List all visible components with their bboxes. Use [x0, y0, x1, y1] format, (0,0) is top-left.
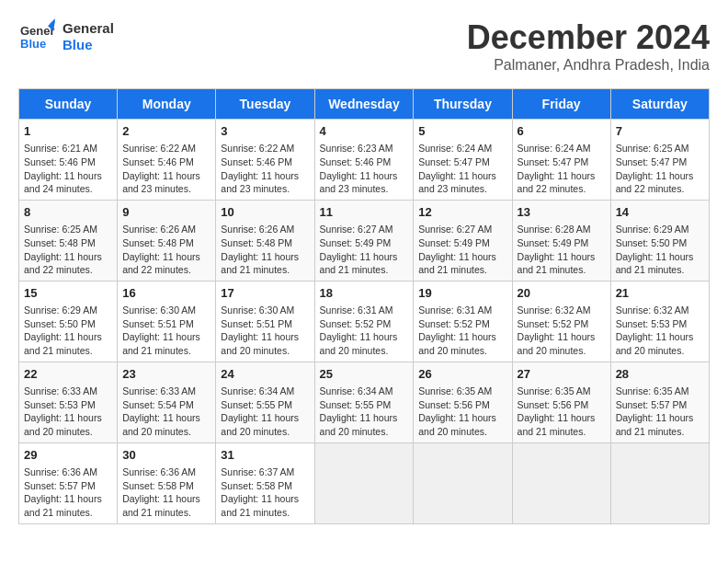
- calendar-cell: 13Sunrise: 6:28 AM Sunset: 5:49 PM Dayli…: [512, 200, 610, 281]
- cell-content: Sunrise: 6:26 AM Sunset: 5:48 PM Dayligh…: [122, 224, 200, 275]
- svg-text:Blue: Blue: [20, 37, 46, 51]
- day-number: 3: [221, 123, 309, 140]
- cell-content: Sunrise: 6:24 AM Sunset: 5:47 PM Dayligh…: [418, 143, 496, 194]
- logo-line2: Blue: [63, 37, 114, 53]
- calendar-cell: 25Sunrise: 6:34 AM Sunset: 5:55 PM Dayli…: [314, 362, 414, 442]
- day-number: 23: [122, 366, 210, 383]
- cell-content: Sunrise: 6:28 AM Sunset: 5:49 PM Dayligh…: [518, 224, 596, 275]
- day-number: 22: [24, 366, 112, 383]
- day-number: 13: [518, 204, 606, 221]
- weekday-monday: Monday: [118, 89, 216, 120]
- calendar-table: SundayMondayTuesdayWednesdayThursdayFrid…: [18, 88, 710, 524]
- day-number: 24: [221, 366, 309, 383]
- weekday-wednesday: Wednesday: [314, 89, 414, 120]
- calendar-week-4: 22Sunrise: 6:33 AM Sunset: 5:53 PM Dayli…: [19, 362, 710, 442]
- cell-content: Sunrise: 6:21 AM Sunset: 5:46 PM Dayligh…: [24, 143, 102, 194]
- cell-content: Sunrise: 6:29 AM Sunset: 5:50 PM Dayligh…: [616, 224, 694, 275]
- cell-content: Sunrise: 6:36 AM Sunset: 5:58 PM Dayligh…: [122, 466, 200, 518]
- month-title: December 2024: [467, 18, 710, 57]
- calendar-cell: 19Sunrise: 6:31 AM Sunset: 5:52 PM Dayli…: [414, 281, 512, 362]
- calendar-week-3: 15Sunrise: 6:29 AM Sunset: 5:50 PM Dayli…: [19, 281, 710, 362]
- cell-content: Sunrise: 6:33 AM Sunset: 5:53 PM Dayligh…: [24, 385, 102, 437]
- day-number: 1: [24, 123, 112, 140]
- day-number: 6: [518, 123, 606, 140]
- day-number: 26: [418, 366, 506, 383]
- calendar-cell: 27Sunrise: 6:35 AM Sunset: 5:56 PM Dayli…: [512, 362, 610, 442]
- day-number: 9: [122, 204, 210, 221]
- day-number: 17: [221, 285, 309, 302]
- calendar-cell: 4Sunrise: 6:23 AM Sunset: 5:46 PM Daylig…: [314, 120, 414, 201]
- calendar-cell: 24Sunrise: 6:34 AM Sunset: 5:55 PM Dayli…: [216, 362, 314, 442]
- cell-content: Sunrise: 6:35 AM Sunset: 5:56 PM Dayligh…: [518, 385, 596, 437]
- cell-content: Sunrise: 6:35 AM Sunset: 5:57 PM Dayligh…: [616, 385, 694, 437]
- cell-content: Sunrise: 6:22 AM Sunset: 5:46 PM Dayligh…: [122, 143, 200, 194]
- calendar-cell: 1Sunrise: 6:21 AM Sunset: 5:46 PM Daylig…: [19, 120, 118, 201]
- day-number: 5: [418, 123, 506, 140]
- logo: General Blue General Blue: [18, 18, 114, 55]
- day-number: 27: [518, 366, 606, 383]
- calendar-week-1: 1Sunrise: 6:21 AM Sunset: 5:46 PM Daylig…: [19, 120, 710, 201]
- day-number: 25: [320, 366, 409, 383]
- calendar-week-5: 29Sunrise: 6:36 AM Sunset: 5:57 PM Dayli…: [19, 442, 710, 523]
- cell-content: Sunrise: 6:35 AM Sunset: 5:56 PM Dayligh…: [418, 385, 496, 437]
- calendar-cell: [512, 442, 610, 523]
- day-number: 14: [616, 204, 704, 221]
- calendar-cell: 2Sunrise: 6:22 AM Sunset: 5:46 PM Daylig…: [118, 120, 216, 201]
- title-area: December 2024 Palmaner, Andhra Pradesh, …: [467, 18, 710, 74]
- cell-content: Sunrise: 6:30 AM Sunset: 5:51 PM Dayligh…: [122, 304, 200, 356]
- cell-content: Sunrise: 6:29 AM Sunset: 5:50 PM Dayligh…: [24, 304, 102, 356]
- logo-icon: General Blue: [18, 18, 55, 55]
- calendar-cell: 29Sunrise: 6:36 AM Sunset: 5:57 PM Dayli…: [19, 442, 118, 523]
- cell-content: Sunrise: 6:23 AM Sunset: 5:46 PM Dayligh…: [320, 143, 398, 194]
- day-number: 8: [24, 204, 112, 221]
- cell-content: Sunrise: 6:27 AM Sunset: 5:49 PM Dayligh…: [320, 224, 398, 275]
- calendar-cell: 5Sunrise: 6:24 AM Sunset: 5:47 PM Daylig…: [414, 120, 512, 201]
- day-number: 7: [616, 123, 704, 140]
- location: Palmaner, Andhra Pradesh, India: [467, 57, 710, 74]
- weekday-tuesday: Tuesday: [216, 89, 314, 120]
- cell-content: Sunrise: 6:31 AM Sunset: 5:52 PM Dayligh…: [418, 304, 496, 356]
- cell-content: Sunrise: 6:25 AM Sunset: 5:47 PM Dayligh…: [616, 143, 694, 194]
- cell-content: Sunrise: 6:34 AM Sunset: 5:55 PM Dayligh…: [221, 385, 299, 437]
- calendar-body: 1Sunrise: 6:21 AM Sunset: 5:46 PM Daylig…: [19, 120, 710, 524]
- calendar-cell: 26Sunrise: 6:35 AM Sunset: 5:56 PM Dayli…: [414, 362, 512, 442]
- day-number: 10: [221, 204, 309, 221]
- cell-content: Sunrise: 6:37 AM Sunset: 5:58 PM Dayligh…: [221, 466, 299, 518]
- page-header: General Blue General Blue December 2024 …: [18, 18, 710, 74]
- calendar-cell: 31Sunrise: 6:37 AM Sunset: 5:58 PM Dayli…: [216, 442, 314, 523]
- day-number: 11: [320, 204, 409, 221]
- calendar-cell: 10Sunrise: 6:26 AM Sunset: 5:48 PM Dayli…: [216, 200, 314, 281]
- weekday-sunday: Sunday: [19, 89, 118, 120]
- calendar-cell: 14Sunrise: 6:29 AM Sunset: 5:50 PM Dayli…: [610, 200, 709, 281]
- cell-content: Sunrise: 6:34 AM Sunset: 5:55 PM Dayligh…: [320, 385, 398, 437]
- day-number: 29: [24, 447, 112, 464]
- cell-content: Sunrise: 6:24 AM Sunset: 5:47 PM Dayligh…: [518, 143, 596, 194]
- day-number: 2: [122, 123, 210, 140]
- weekday-header-row: SundayMondayTuesdayWednesdayThursdayFrid…: [19, 89, 710, 120]
- day-number: 30: [122, 447, 210, 464]
- weekday-friday: Friday: [512, 89, 610, 120]
- cell-content: Sunrise: 6:30 AM Sunset: 5:51 PM Dayligh…: [221, 304, 299, 356]
- cell-content: Sunrise: 6:26 AM Sunset: 5:48 PM Dayligh…: [221, 224, 299, 275]
- cell-content: Sunrise: 6:22 AM Sunset: 5:46 PM Dayligh…: [221, 143, 299, 194]
- calendar-cell: 15Sunrise: 6:29 AM Sunset: 5:50 PM Dayli…: [19, 281, 118, 362]
- calendar-cell: 28Sunrise: 6:35 AM Sunset: 5:57 PM Dayli…: [610, 362, 709, 442]
- calendar-cell: 11Sunrise: 6:27 AM Sunset: 5:49 PM Dayli…: [314, 200, 414, 281]
- calendar-cell: 21Sunrise: 6:32 AM Sunset: 5:53 PM Dayli…: [610, 281, 709, 362]
- cell-content: Sunrise: 6:36 AM Sunset: 5:57 PM Dayligh…: [24, 466, 102, 518]
- calendar-cell: 3Sunrise: 6:22 AM Sunset: 5:46 PM Daylig…: [216, 120, 314, 201]
- day-number: 31: [221, 447, 309, 464]
- calendar-cell: 20Sunrise: 6:32 AM Sunset: 5:52 PM Dayli…: [512, 281, 610, 362]
- cell-content: Sunrise: 6:32 AM Sunset: 5:52 PM Dayligh…: [518, 304, 596, 356]
- calendar-cell: 6Sunrise: 6:24 AM Sunset: 5:47 PM Daylig…: [512, 120, 610, 201]
- calendar-cell: 9Sunrise: 6:26 AM Sunset: 5:48 PM Daylig…: [118, 200, 216, 281]
- calendar-cell: 22Sunrise: 6:33 AM Sunset: 5:53 PM Dayli…: [19, 362, 118, 442]
- calendar-cell: [314, 442, 414, 523]
- cell-content: Sunrise: 6:25 AM Sunset: 5:48 PM Dayligh…: [24, 224, 102, 275]
- day-number: 19: [418, 285, 506, 302]
- calendar-cell: [414, 442, 512, 523]
- day-number: 15: [24, 285, 112, 302]
- cell-content: Sunrise: 6:32 AM Sunset: 5:53 PM Dayligh…: [616, 304, 694, 356]
- calendar-cell: 18Sunrise: 6:31 AM Sunset: 5:52 PM Dayli…: [314, 281, 414, 362]
- day-number: 21: [616, 285, 704, 302]
